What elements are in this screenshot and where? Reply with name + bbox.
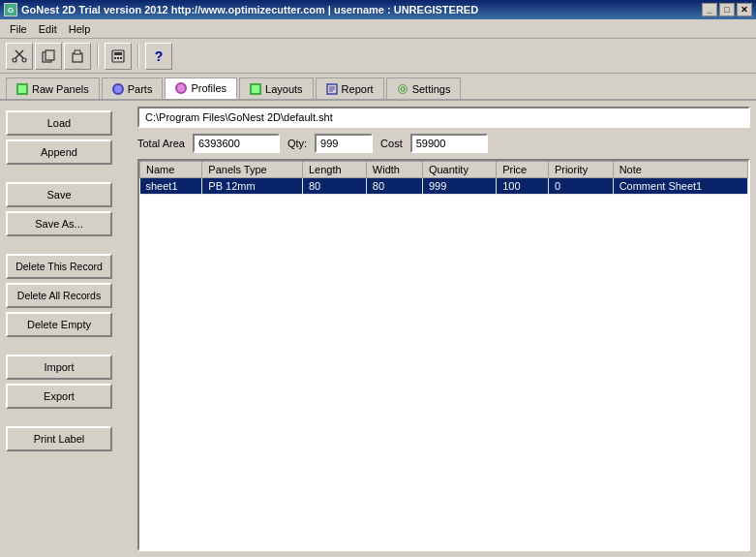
save-as-button[interactable]: Save As... xyxy=(6,211,112,236)
append-button[interactable]: Append xyxy=(6,139,112,165)
right-panel: C:\Program Files\GoNest 2D\default.sht T… xyxy=(137,107,750,551)
col-header-length: Length xyxy=(302,162,366,178)
title-bar-left: G GoNest 2D Trial version 2012 http://ww… xyxy=(4,3,478,16)
menu-help[interactable]: Help xyxy=(63,21,97,37)
maximize-button[interactable]: □ xyxy=(719,3,735,16)
total-area-label: Total Area xyxy=(137,138,185,149)
col-header-priority: Priority xyxy=(548,162,613,178)
table-cell: sheet1 xyxy=(140,178,202,195)
export-button[interactable]: Export xyxy=(6,384,112,409)
tab-layouts[interactable]: Layouts xyxy=(239,77,314,99)
svg-point-2 xyxy=(13,58,16,62)
col-header-price: Price xyxy=(497,162,549,178)
cost-value: 59900 xyxy=(410,134,488,153)
table-cell: 999 xyxy=(422,178,496,195)
file-path-text: C:\Program Files\GoNest 2D\default.sht xyxy=(145,111,333,123)
table-header-row: Name Panels Type Length Width Quantity P… xyxy=(140,162,748,178)
paste-button[interactable] xyxy=(64,43,91,70)
file-path-box: C:\Program Files\GoNest 2D\default.sht xyxy=(137,107,750,128)
delete-record-button[interactable]: Delete This Record xyxy=(6,254,112,279)
toolbar: ? xyxy=(0,39,756,74)
table-cell: 100 xyxy=(497,178,549,195)
cost-label: Cost xyxy=(380,138,403,149)
tab-parts[interactable]: Parts xyxy=(102,77,164,99)
tab-settings[interactable]: Settings xyxy=(386,77,462,99)
table-cell: 0 xyxy=(548,178,613,195)
menu-edit[interactable]: Edit xyxy=(33,21,63,37)
profiles-table: Name Panels Type Length Width Quantity P… xyxy=(139,161,748,195)
table-cell: PB 12mm xyxy=(202,178,303,195)
total-area-value: 6393600 xyxy=(193,134,280,153)
title-bar: G GoNest 2D Trial version 2012 http://ww… xyxy=(0,0,756,19)
col-header-name: Name xyxy=(140,162,202,178)
report-icon xyxy=(326,83,338,95)
print-label-button[interactable]: Print Label xyxy=(6,426,112,451)
summary-row: Total Area 6393600 Qty: 999 Cost 59900 xyxy=(137,132,750,155)
svg-rect-8 xyxy=(112,50,124,62)
tab-report[interactable]: Report xyxy=(316,77,384,99)
table-cell: 80 xyxy=(366,178,422,195)
title-bar-controls[interactable]: _ □ ✕ xyxy=(702,3,752,16)
col-header-width: Width xyxy=(366,162,422,178)
copy-button[interactable] xyxy=(35,43,62,70)
tab-parts-label: Parts xyxy=(128,83,153,95)
toolbar-separator-2 xyxy=(137,45,139,68)
svg-rect-12 xyxy=(120,57,122,59)
table-body: sheet1PB 12mm80809991000Comment Sheet1 xyxy=(140,178,748,195)
calculator-button[interactable] xyxy=(105,43,132,70)
svg-point-18 xyxy=(398,84,407,93)
layouts-icon xyxy=(250,83,261,95)
main-content: Load Append Save Save As... Delete This … xyxy=(0,101,756,557)
import-button[interactable]: Import xyxy=(6,355,112,380)
data-table-container: Name Panels Type Length Width Quantity P… xyxy=(137,159,750,551)
table-cell: 80 xyxy=(302,178,366,195)
tab-raw-panels-label: Raw Panels xyxy=(32,83,89,95)
tab-raw-panels[interactable]: Raw Panels xyxy=(6,77,100,99)
table-cell: Comment Sheet1 xyxy=(613,178,747,195)
tab-layouts-label: Layouts xyxy=(265,83,303,95)
svg-rect-9 xyxy=(114,52,122,55)
table-row[interactable]: sheet1PB 12mm80809991000Comment Sheet1 xyxy=(140,178,748,195)
col-header-quantity: Quantity xyxy=(422,162,496,178)
tab-profiles-label: Profiles xyxy=(191,82,227,94)
svg-point-3 xyxy=(22,58,26,62)
menu-file[interactable]: File xyxy=(4,21,33,37)
tab-settings-label: Settings xyxy=(412,83,451,95)
close-button[interactable]: ✕ xyxy=(737,3,752,16)
minimize-button[interactable]: _ xyxy=(702,3,717,16)
svg-rect-10 xyxy=(114,57,116,59)
col-header-note: Note xyxy=(613,162,747,178)
cut-button[interactable] xyxy=(6,43,33,70)
profiles-icon xyxy=(175,82,187,94)
save-button[interactable]: Save xyxy=(6,182,112,207)
svg-rect-11 xyxy=(117,57,119,59)
qty-label: Qty: xyxy=(287,138,307,149)
raw-panels-icon xyxy=(16,83,28,95)
tab-profiles[interactable]: Profiles xyxy=(165,77,237,99)
toolbar-separator-1 xyxy=(97,45,99,68)
delete-all-button[interactable]: Delete All Records xyxy=(6,283,112,308)
left-panel: Load Append Save Save As... Delete This … xyxy=(6,107,132,551)
title-bar-text: GoNest 2D Trial version 2012 http://www.… xyxy=(21,4,478,15)
help-button[interactable]: ? xyxy=(145,43,172,70)
tab-report-label: Report xyxy=(342,83,374,95)
settings-icon xyxy=(397,83,408,95)
tabs-bar: Raw Panels Parts Profiles Layouts Report… xyxy=(0,74,756,101)
svg-rect-5 xyxy=(45,50,54,60)
col-header-panels-type: Panels Type xyxy=(202,162,303,178)
parts-icon xyxy=(112,83,124,95)
load-button[interactable]: Load xyxy=(6,110,112,136)
menu-bar: File Edit Help xyxy=(0,19,756,39)
svg-point-17 xyxy=(401,87,405,91)
delete-empty-button[interactable]: Delete Empty xyxy=(6,312,112,337)
app-icon: G xyxy=(4,3,17,16)
qty-value: 999 xyxy=(315,134,373,153)
svg-rect-7 xyxy=(75,50,80,54)
